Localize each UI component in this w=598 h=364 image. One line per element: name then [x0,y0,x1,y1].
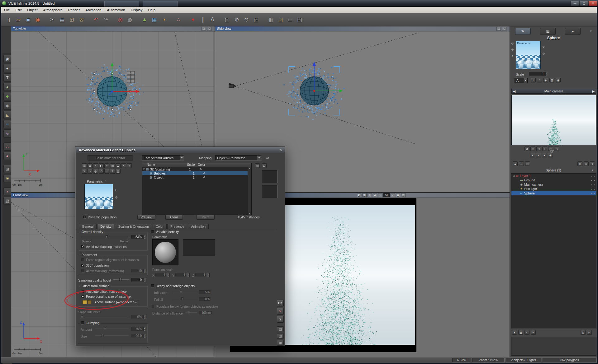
menu-render[interactable]: Render [65,7,83,12]
material-tool-icon[interactable]: ☰ [82,163,87,168]
camera-icon[interactable] [229,83,236,88]
dialog-side-icon[interactable]: ▦ [277,340,284,346]
numerics-tab[interactable]: ⊞ [540,28,556,35]
offset-function-icon[interactable] [83,300,87,304]
browser-toolbar-icon[interactable]: ◫ [525,161,530,166]
list-option-icon[interactable]: ⊞ [262,163,267,168]
list-option-icon[interactable]: ◫ [255,163,260,168]
panel-collapse-icon[interactable]: ▸ [591,29,592,33]
preview-button[interactable]: Preview [137,215,155,220]
browser-filter-icon[interactable]: ▦ [518,330,523,335]
basic-material-editor-button[interactable]: Basic material editor [88,155,133,161]
visibility-dots[interactable]: ●● [591,188,595,190]
allow-stacking-checkbox[interactable]: Allow stacking (maximum) [81,269,124,273]
new-scene-icon[interactable]: ▯ [4,15,13,24]
clump-size-value[interactable]: 99.9 [131,334,143,338]
scroll-up-icon[interactable]: ▲ [249,167,251,170]
material-tool-icon[interactable]: ✕ [121,163,126,168]
material-tool-icon[interactable]: ∿ [93,163,98,168]
text-tool[interactable]: T [3,73,12,82]
zoom-fit-icon[interactable]: ◳ [252,15,260,24]
function-scale-x[interactable]: 1 [155,273,167,277]
layer-scale[interactable]: 1 [185,167,195,171]
force-alignment-checkbox[interactable]: Force regular alignment of instances [81,258,139,262]
decay-checkbox[interactable]: Decay near foreign objects [151,284,195,288]
clump-amount-spinner[interactable]: ▲▼ [143,327,146,331]
boolean-tool[interactable]: ⊞ [3,165,12,173]
menu-atmosphere[interactable]: Atmosphere [40,7,65,12]
picture-icon[interactable]: ▦ [150,15,159,24]
dialog-tab[interactable]: Scaling & Orientation [115,224,152,229]
paste-into-icon[interactable]: ⊠ [77,15,86,24]
render-option-icon[interactable]: Z [368,193,372,197]
distance-influence-slider[interactable] [185,311,197,314]
minimize-button[interactable]: — [571,1,579,6]
browser-filter-icon[interactable]: + [531,330,536,335]
dialog-tab[interactable]: General [79,224,97,229]
sampling-spinner[interactable]: ▲▼ [143,278,146,282]
pick-object-icon[interactable]: ◍ [126,15,134,24]
zoom-status[interactable]: Zoom : 192% [472,358,505,362]
render-icon[interactable]: ● [189,15,197,24]
cone-tool[interactable]: ◣ [3,111,12,119]
camera-nav-icon[interactable]: ▾ [530,153,535,157]
material-tool-icon[interactable]: ◍ [93,169,98,174]
falloff-value[interactable]: 0% [199,297,211,301]
abort-render-icon[interactable]: Λ [208,15,217,24]
visibility-dots[interactable]: ●● [591,179,595,181]
material-option-icon[interactable]: ◈ [543,78,548,82]
material-option-icon[interactable]: * [537,78,542,82]
browser-toolbar-icon[interactable]: ☰ [519,161,524,166]
material-layer-list[interactable]: Name Scale Color ⊟ ▦ 3D Scattering 1 ⊙ [142,163,252,215]
zoom-in-icon[interactable]: ⊕ [232,15,241,24]
clump-amount-slider[interactable] [95,327,129,330]
dialog-close-icon[interactable]: ✕ [279,147,282,153]
stacking-spinner[interactable]: ▲▼ [143,269,146,273]
material-tool-icon[interactable]: ✎ [82,169,87,174]
chevron-down-icon[interactable]: ▾ [592,168,593,172]
menu-automation[interactable]: Automation [104,7,128,12]
distance-influence-value[interactable]: 100cm [199,311,212,315]
falloff-slider[interactable] [172,297,197,301]
tree-row-ground[interactable]: ▬ Ground ●● [511,178,596,182]
water-tool[interactable]: ≈ [3,120,12,128]
material-tool-icon[interactable]: ▤ [116,169,121,174]
material-option-icon[interactable]: + [531,78,536,82]
sampling-boost-value[interactable]: +0 [131,278,143,282]
layer-scale[interactable]: 1 [189,171,199,175]
camera-nav-icon[interactable]: + [542,147,547,151]
measure-icon[interactable]: ◿ [276,15,285,24]
ok-button[interactable]: OK [277,300,284,306]
dynamic-population-checkbox[interactable]: Dynamic population [83,215,116,219]
material-side-icon[interactable]: ▾ [511,54,514,58]
preview-option-icon[interactable]: ⊙ [115,196,117,199]
render-option-icon[interactable]: 50 [383,193,390,197]
select-zone-icon[interactable]: ▢ [223,15,231,24]
material-side-icon[interactable]: ⊘ [511,48,514,52]
content-browser-icon[interactable]: ◉ [33,15,42,24]
browser-filter-icon[interactable]: ▼ [512,330,517,335]
overall-density-slider[interactable] [82,235,129,239]
clump-size-slider[interactable] [95,334,129,337]
undo-icon[interactable]: ↶ [92,15,100,24]
render-option-icon[interactable]: ▣ [396,193,400,197]
material-tool-icon[interactable]: ◧ [99,163,104,168]
camera-preview[interactable] [511,95,596,145]
clumping-checkbox[interactable]: Clumping [80,321,100,325]
render-option-icon[interactable]: ◐ [378,193,382,197]
ecosystem-tool[interactable]: ∴ [3,142,12,151]
multi-display-icon[interactable]: ▥ [266,15,275,24]
material-tool-icon[interactable]: ▭ [104,169,109,174]
camera-nav-icon[interactable]: ↺ [524,147,529,151]
scale-value-field[interactable]: 1 [529,72,545,76]
dialog-side-icon[interactable]: ◫ [277,333,284,339]
paint-button[interactable]: Paint [197,215,215,220]
curve-tool[interactable]: ∿ [3,129,12,138]
expand-icon[interactable]: ⊟ [142,168,146,170]
group-tool[interactable]: ▧ [3,197,12,205]
material-channel-dropdown[interactable]: A▼ [515,78,528,83]
material-tool-icon[interactable]: ◔ [88,169,93,174]
absolute-offset-radio[interactable]: Absolute offset from surface [81,290,127,293]
terrain-editor-icon[interactable]: ▲ [140,15,149,24]
sampling-boost-slider[interactable] [113,278,129,281]
